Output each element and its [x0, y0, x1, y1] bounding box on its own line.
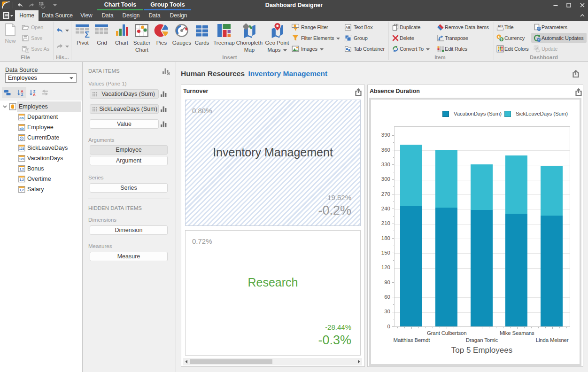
section-label-values-pane-1-: Values (Pane 1) [88, 81, 127, 86]
bar-mike-seamans[interactable] [505, 155, 527, 326]
y-major-tick [392, 326, 395, 327]
tab-data-source[interactable]: Data Source [39, 10, 75, 21]
y-axis-label: 30 [371, 309, 390, 314]
chip-chart-icon[interactable] [160, 121, 167, 128]
svg-text:ab: ab [19, 126, 23, 130]
y-minor-tick [393, 157, 395, 158]
y-major-tick [392, 150, 395, 150]
swap-icon[interactable] [41, 89, 49, 96]
x-minor-tick [426, 327, 426, 328]
button-label: Update [542, 46, 557, 52]
y-axis-label: 0 [371, 324, 390, 329]
bar-grant-culbertson[interactable] [435, 150, 457, 326]
data-item-chip-dimension[interactable]: Dimension [90, 225, 168, 235]
svg-text:AB: AB [346, 25, 351, 30]
turnover-item[interactable]: Turnover 0.80%Inventory Management-19.52… [181, 85, 365, 367]
collapse-ribbon-icon[interactable] [580, 13, 585, 18]
redo-icon[interactable] [56, 43, 63, 50]
absence-duration-item[interactable]: Absence Duration VacationDays (Sum)SickL… [367, 85, 583, 367]
horizontal-scrollbar[interactable] [183, 358, 362, 365]
geo-point-maps-button[interactable]: Geo PointMaps [259, 22, 295, 54]
y-major-tick [392, 164, 395, 165]
text-field-icon: ab [18, 113, 25, 121]
maximize-button[interactable] [562, 0, 576, 10]
svg-text:Z: Z [21, 93, 23, 96]
y-major-tick [392, 209, 395, 209]
scrollbar-thumb[interactable] [190, 359, 272, 364]
x-minor-tick [489, 327, 489, 328]
x-major-tick [517, 327, 518, 329]
minimize-button[interactable] [549, 0, 563, 10]
export-icon[interactable] [575, 88, 582, 96]
data-item-chip-value[interactable]: Value [90, 119, 159, 129]
bar-segment-sickleave[interactable] [541, 166, 563, 216]
x-axis-label: Mike Seamans [489, 330, 545, 336]
button-label: Images [301, 46, 324, 52]
data-item-chip-vacationdays-sum-[interactable]: VacationDays (Sum) [90, 89, 159, 99]
bar-segment-vacation[interactable] [435, 208, 457, 326]
x-axis-label: Linda Meisner [524, 337, 580, 343]
export-icon[interactable] [355, 88, 362, 96]
data-item-chip-argument[interactable]: Argument [90, 156, 168, 165]
tree-item-vacationdays[interactable]: 123VacationDays [0, 153, 82, 163]
y-minor-tick [393, 260, 395, 261]
sort-az-icon[interactable]: AZ [17, 89, 24, 96]
undo-icon[interactable] [56, 27, 63, 34]
tree-item-employees[interactable]: Employees [0, 101, 82, 112]
x-minor-tick [510, 327, 511, 328]
bar-segment-vacation[interactable] [471, 210, 493, 327]
bar-segment-sickleave[interactable] [471, 164, 493, 209]
button-label: Group [354, 35, 368, 41]
treemap-tile-inventory-management[interactable]: 0.80%Inventory Management-19.52%-0.2% [185, 100, 361, 226]
data-source-select[interactable]: Employees [5, 73, 77, 83]
tab-view[interactable]: View [77, 10, 96, 21]
y-axis-label: 300 [371, 176, 390, 182]
tree-item-bonus[interactable]: 1,2Bonus [0, 163, 82, 174]
tree-item-overtime[interactable]: 1,2Overtime [0, 174, 82, 184]
data-item-chip-sickleavedays-sum-[interactable]: SickLeaveDays (Sum) [90, 104, 159, 114]
tree-item-currentdate[interactable]: CurrentDate [0, 132, 82, 143]
y-major-tick [392, 268, 395, 268]
export-icon[interactable] [572, 70, 580, 78]
bar-segment-vacation[interactable] [400, 206, 422, 326]
bar-segment-sickleave[interactable] [505, 155, 527, 214]
chip-chart-icon[interactable] [160, 91, 167, 98]
sort-za-icon[interactable]: ZA [29, 89, 37, 96]
tab-data[interactable]: Data [97, 10, 118, 21]
close-button[interactable] [575, 0, 588, 10]
tree-item-salary[interactable]: 1,2Salary [0, 184, 82, 194]
data-item-chip-measure[interactable]: Measure [90, 252, 168, 261]
tab-design[interactable]: Design [120, 10, 142, 21]
bar-segment-vacation[interactable] [541, 216, 563, 326]
tree-item-sickleavedays[interactable]: 123SickLeaveDays [0, 143, 82, 153]
scroll-left-icon[interactable] [185, 360, 188, 364]
ribbon-group-label: Dashboard [516, 54, 572, 61]
new-button[interactable]: New [4, 22, 17, 45]
bar-segment-sickleave[interactable] [400, 145, 422, 207]
data-item-chip-employee[interactable]: Employee [90, 145, 168, 155]
bar-segment-vacation[interactable] [505, 214, 527, 326]
group-by-icon[interactable] [4, 89, 11, 96]
tree-expand-icon[interactable] [3, 105, 7, 108]
tab-design[interactable]: Design [167, 10, 190, 21]
dropdown-caret-icon [320, 46, 324, 52]
hidden-data-items-header: HIDDEN DATA ITEMS [88, 205, 142, 211]
add-data-item-icon[interactable] [162, 67, 170, 76]
bar-matthias-berndt[interactable] [400, 145, 422, 326]
bar-segment-sickleave[interactable] [435, 150, 457, 208]
treemap-tile-research[interactable]: 0.72%Research-28.44%-0.3% [185, 230, 361, 356]
data-item-chip-series[interactable]: Series [90, 183, 168, 193]
tree-item-department[interactable]: abDepartment [0, 112, 82, 122]
application-menu-button[interactable] [3, 12, 16, 20]
tree-item-employee[interactable]: abEmployee [0, 122, 82, 132]
ribbon-tab-row: HomeData SourceViewDataDesignDataDesign [0, 10, 588, 21]
x-minor-tick [468, 327, 468, 328]
x-minor-tick [503, 327, 503, 328]
tab-data[interactable]: Data [144, 10, 165, 21]
scroll-right-icon[interactable] [357, 360, 361, 364]
tab-home[interactable]: Home [15, 10, 39, 21]
bar-dragan-tomic[interactable] [471, 164, 493, 326]
button-label: Currency [504, 35, 525, 41]
bar-linda-meisner[interactable] [541, 166, 563, 326]
chip-chart-icon[interactable] [160, 106, 167, 113]
